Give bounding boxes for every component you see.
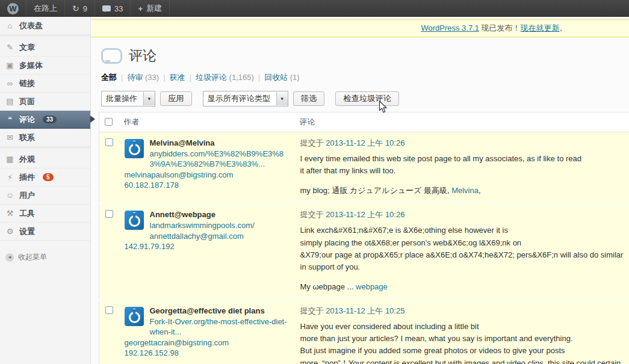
submitted-label: 提交于 xyxy=(300,306,324,315)
site-name: 在路上 xyxy=(34,3,57,14)
submitted-on: 提交于 2013-11-12 上午 10:25 xyxy=(300,306,629,316)
author-email-link[interactable]: annettdallachy@gmail.com xyxy=(150,232,244,241)
chevron-down-icon: ▼ xyxy=(276,92,288,105)
select-all-checkbox[interactable] xyxy=(105,118,113,126)
comment-author-name: Melvina@Melvina xyxy=(150,138,215,147)
sidebar-item-media[interactable]: ▣ 多媒体 xyxy=(0,57,90,75)
filter-separator: | xyxy=(121,73,123,82)
filter-trash-link[interactable]: 回收站 xyxy=(264,73,288,82)
comment-footer-link[interactable]: webpage xyxy=(356,282,388,291)
sidebar-item-links[interactable]: ∞ 链接 xyxy=(0,75,90,93)
comment-date-link[interactable]: 2013-11-12 上午 10:26 xyxy=(326,210,404,219)
new-content-link[interactable]: + 新建 xyxy=(131,0,170,17)
sidebar-item-label: 设置 xyxy=(19,226,35,237)
filter-trash-count: (1) xyxy=(290,73,300,82)
apply-button[interactable]: 应用 xyxy=(160,91,192,106)
appearance-icon: ▦ xyxy=(5,155,14,164)
adminbar-comments-count: 33 xyxy=(114,4,123,13)
filter-approved-link[interactable]: 获准 xyxy=(170,73,185,82)
comment-text: I every time emailed this web site post … xyxy=(300,153,629,177)
filter-separator: | xyxy=(258,73,260,82)
author-email-link[interactable]: georgettacrain@bigstring.com xyxy=(125,338,229,347)
users-icon: ☺ xyxy=(5,191,14,200)
comment-footer-link[interactable]: Melvina xyxy=(451,186,479,195)
admin-bar: W 在路上 ↻ 9 33 + 新建 xyxy=(0,0,629,17)
sidebar-item-label: 用户 xyxy=(19,190,35,201)
filter-spam-link[interactable]: 垃圾评论 xyxy=(196,73,227,82)
comment-row: Melvina@Melvina anybidders.com/%E3%82%B9… xyxy=(99,132,629,203)
filter-pending-link[interactable]: 待审 xyxy=(127,73,143,82)
check-spam-button[interactable]: 检查垃圾评论 xyxy=(335,91,399,106)
sidebar-item-contact[interactable]: ✉ 联系 xyxy=(0,129,90,147)
sidebar-item-users[interactable]: ☺ 用户 xyxy=(0,187,90,205)
updates-icon: ↻ xyxy=(72,4,79,13)
author-email-link[interactable]: melvinapaulson@bigstring.com xyxy=(125,170,234,179)
sidebar-item-label: 外观 xyxy=(19,154,35,165)
author-url-link[interactable]: landmarkswimmingpools.com/ xyxy=(150,221,255,230)
author-ip-link[interactable]: 142.91.79.192 xyxy=(125,242,175,251)
settings-icon: ⚙ xyxy=(5,227,14,236)
update-nag-text: 现已发布！ xyxy=(479,23,521,32)
filter-button[interactable]: 筛选 xyxy=(293,91,325,106)
submitted-label: 提交于 xyxy=(300,138,324,147)
collapse-menu-label: 收起菜单 xyxy=(18,252,47,262)
wordpress-logo-icon: W xyxy=(7,3,19,14)
comment-date-link[interactable]: 2013-11-12 上午 10:26 xyxy=(326,138,404,147)
sidebar-item-pages[interactable]: ▤ 页面 xyxy=(0,93,90,111)
submitted-on: 提交于 2013-11-12 上午 10:26 xyxy=(300,138,629,149)
updates-link[interactable]: ↻ 9 xyxy=(65,0,95,17)
wordpress-logo-link[interactable]: W xyxy=(0,0,26,17)
comment-footer-text: My ωebpage ... xyxy=(300,282,356,291)
main-content: WordPress 3.7.1 现已发布！现在就更新。 评论 全部|待审 (33… xyxy=(91,17,629,364)
submitted-on: 提交于 2013-11-12 上午 10:26 xyxy=(300,209,629,220)
sidebar-item-settings[interactable]: ⚙ 设置 xyxy=(0,223,90,241)
author-url-link[interactable]: anybidders.com/%E3%82%B9%E3%83%9A%E3%82%… xyxy=(150,149,284,169)
author-ip-link[interactable]: 192.126.152.98 xyxy=(125,348,179,357)
sidebar-item-label: 文章 xyxy=(19,42,35,53)
author-ip-link[interactable]: 60.182.187.178 xyxy=(125,180,179,190)
pending-comments-badge: 33 xyxy=(43,116,57,123)
sidebar-item-label: 评论 xyxy=(19,114,35,125)
author-url-link[interactable]: Fork-It-Over.org/the-most-effective-diet… xyxy=(150,317,287,337)
sidebar-item-label: 仪表盘 xyxy=(19,20,43,31)
wordpress-version-link[interactable]: WordPress 3.7.1 xyxy=(421,23,479,32)
adminbar-comments-link[interactable]: 33 xyxy=(95,0,131,17)
filter-all-link[interactable]: 全部 xyxy=(101,73,117,82)
comment-footer-suffix: , xyxy=(479,186,481,195)
update-nag-suffix: 。 xyxy=(560,23,568,32)
comment-footer: My ωebpage ... webpage xyxy=(300,281,629,293)
sidebar-item-label: 联系 xyxy=(19,132,35,143)
collapse-menu-button[interactable]: ◄ 收起菜单 xyxy=(0,249,90,265)
filter-separator: | xyxy=(163,73,165,82)
updates-count: 9 xyxy=(83,4,87,13)
sidebar-item-label: 插件 xyxy=(19,172,35,183)
filter-pending-count: (33) xyxy=(145,73,159,82)
row-checkbox[interactable] xyxy=(105,138,113,146)
tools-icon: ⚒ xyxy=(5,209,14,218)
sidebar-item-plugins[interactable]: ⚡ 插件 5 xyxy=(0,168,90,187)
comment-type-select[interactable]: 显示所有评论类型 ▼ xyxy=(203,91,288,106)
sidebar-item-appearance[interactable]: ▦ 外观 xyxy=(0,150,90,168)
site-name-link[interactable]: 在路上 xyxy=(26,0,65,17)
comment-date-link[interactable]: 2013-11-12 上午 10:25 xyxy=(326,306,404,315)
sidebar-item-posts[interactable]: ✎ 文章 xyxy=(0,39,90,57)
sidebar-item-comments[interactable]: ❝ 评论 33 xyxy=(0,111,90,129)
comment-text: Link exch&#X61;n&#X67;e is &X6e;othing e… xyxy=(300,224,629,273)
comment-footer-text: my blog; 通販 カジュアルシューズ 最高級, xyxy=(300,186,452,195)
media-icon: ▣ xyxy=(5,61,14,70)
comment-status-filters: 全部|待审 (33)|获准|垃圾评论 (1,165)|回收站 (1) xyxy=(101,72,629,83)
sidebar-item-tools[interactable]: ⚒ 工具 xyxy=(0,205,90,223)
avatar xyxy=(125,307,144,326)
row-checkbox[interactable] xyxy=(105,210,113,218)
plugin-updates-badge: 5 xyxy=(43,173,54,181)
comment-author-name: Georgetta@effective diet plans xyxy=(150,306,265,315)
row-checkbox[interactable] xyxy=(105,306,113,314)
sidebar-item-dashboard[interactable]: ⌂ 仪表盘 xyxy=(0,17,90,35)
avatar xyxy=(125,139,144,158)
bulk-action-select[interactable]: 批量操作 ▼ xyxy=(101,91,155,106)
comment-row: Annett@webpage landmarkswimmingpools.com… xyxy=(99,203,629,300)
update-nag-banner: WordPress 3.7.1 现已发布！现在就更新。 xyxy=(91,19,629,37)
update-now-link[interactable]: 现在就更新 xyxy=(521,23,560,32)
collapse-arrow-icon: ◄ xyxy=(5,253,14,262)
posts-icon: ✎ xyxy=(5,43,14,52)
